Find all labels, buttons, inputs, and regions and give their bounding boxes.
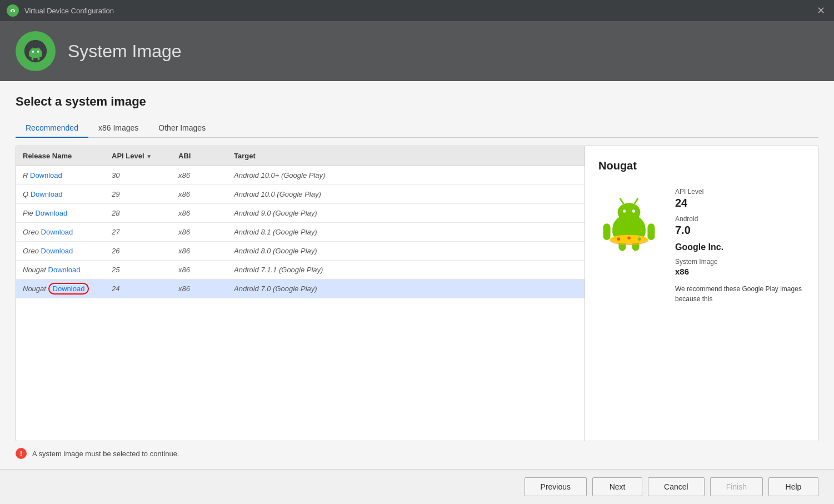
download-link[interactable]: Download <box>48 283 89 295</box>
api-level-cell: 26 <box>112 247 119 255</box>
title-bar-left: Virtual Device Configuration <box>7 4 114 17</box>
svg-point-15 <box>623 209 626 213</box>
col-header-release: Release Name <box>16 146 105 166</box>
svg-point-6 <box>32 51 34 53</box>
download-link[interactable]: Download <box>31 190 63 198</box>
col-header-abi: ABI <box>172 146 227 166</box>
svg-point-0 <box>8 6 17 15</box>
api-level-cell: 29 <box>112 190 119 198</box>
download-link[interactable]: Download <box>41 228 73 236</box>
release-name: Nougat <box>23 285 48 293</box>
download-link[interactable]: Download <box>41 247 73 255</box>
table-row[interactable]: Pie Download28x86Android 9.0 (Google Pla… <box>16 204 585 223</box>
target-cell: Android 8.1 (Google Play) <box>234 228 317 236</box>
table-row[interactable]: Nougat Download25x86Android 7.1.1 (Googl… <box>16 261 585 280</box>
svg-point-25 <box>617 237 621 241</box>
abi-cell: x86 <box>178 171 190 179</box>
close-button[interactable]: ✕ <box>815 4 827 17</box>
sort-arrow-icon: ▼ <box>146 153 152 159</box>
target-cell: Android 10.0 (Google Play) <box>234 190 321 198</box>
target-cell: Android 7.1.1 (Google Play) <box>234 266 323 274</box>
finish-button[interactable]: Finish <box>710 477 763 496</box>
api-level-label: API Level <box>675 188 805 196</box>
system-image-table: Release Name API Level ▼ ABI Target <box>16 146 585 298</box>
svg-rect-19 <box>603 223 611 240</box>
table-row[interactable]: R Download30x86Android 10.0+ (Google Pla… <box>16 166 585 185</box>
tabs-bar: Recommended x86 Images Other Images <box>16 119 818 138</box>
release-name: Oreo <box>23 247 41 255</box>
table-row[interactable]: Nougat Download24x86Android 7.0 (Google … <box>16 280 585 298</box>
header: System Image <box>0 21 834 81</box>
android-studio-logo <box>16 31 56 71</box>
table-row[interactable]: Q Download29x86Android 10.0 (Google Play… <box>16 185 585 204</box>
col-header-target: Target <box>227 146 585 166</box>
page-header-title: System Image <box>68 41 182 62</box>
next-button[interactable]: Next <box>592 477 642 496</box>
info-body: API Level 24 Android 7.0 Google Inc. Sys… <box>598 182 805 304</box>
warning-icon: ! <box>16 448 27 459</box>
api-level-cell: 24 <box>112 285 119 293</box>
system-image-table-area: Release Name API Level ▼ ABI Target <box>16 146 585 441</box>
svg-line-17 <box>620 199 623 203</box>
warning-message: A system image must be selected to conti… <box>32 450 179 458</box>
api-level-cell: 27 <box>112 228 119 236</box>
svg-line-18 <box>635 199 638 203</box>
download-link[interactable]: Download <box>30 171 62 179</box>
release-name: R <box>23 171 30 179</box>
info-panel: Nougat <box>585 146 818 441</box>
footer: Previous Next Cancel Finish Help <box>0 469 834 504</box>
table-row[interactable]: Oreo Download27x86Android 8.1 (Google Pl… <box>16 223 585 242</box>
abi-cell: x86 <box>178 266 190 274</box>
target-cell: Android 10.0+ (Google Play) <box>234 171 325 179</box>
abi-cell: x86 <box>178 285 190 293</box>
tab-x86-images[interactable]: x86 Images <box>88 119 148 138</box>
svg-rect-5 <box>29 52 42 57</box>
download-link[interactable]: Download <box>35 209 67 217</box>
abi-cell: x86 <box>178 209 190 217</box>
title-bar: Virtual Device Configuration ✕ <box>0 0 834 21</box>
abi-cell: x86 <box>178 190 190 198</box>
previous-button[interactable]: Previous <box>525 477 587 496</box>
col-header-api[interactable]: API Level ▼ <box>105 146 172 166</box>
system-image-label: System Image <box>675 258 805 266</box>
target-cell: Android 7.0 (Google Play) <box>234 285 317 293</box>
svg-point-14 <box>618 203 641 221</box>
svg-point-26 <box>627 237 631 240</box>
api-level-cell: 30 <box>112 171 119 179</box>
help-button[interactable]: Help <box>768 477 818 496</box>
table-header-row: Release Name API Level ▼ ABI Target <box>16 146 585 166</box>
download-link[interactable]: Download <box>48 266 81 274</box>
release-name: Pie <box>23 209 35 217</box>
abi-cell: x86 <box>178 247 190 255</box>
content-area: Select a system image Recommended x86 Im… <box>0 81 834 469</box>
svg-point-16 <box>632 209 636 213</box>
cancel-button[interactable]: Cancel <box>648 477 705 496</box>
warning-bar: ! A system image must be selected to con… <box>16 441 818 462</box>
svg-rect-11 <box>38 57 40 60</box>
android-label: Android <box>675 215 805 223</box>
svg-point-1 <box>11 11 12 12</box>
api-level-cell: 28 <box>112 209 119 217</box>
android-figure <box>598 182 665 304</box>
page-title: Select a system image <box>16 94 818 109</box>
abi-cell: x86 <box>178 228 190 236</box>
android-value: 7.0 <box>675 224 805 237</box>
app-icon <box>7 4 19 17</box>
svg-point-2 <box>13 11 14 12</box>
tab-other-images[interactable]: Other Images <box>148 119 216 138</box>
svg-point-27 <box>638 237 641 241</box>
info-title: Nougat <box>598 159 805 172</box>
svg-point-7 <box>37 51 39 53</box>
release-name: Nougat <box>23 266 48 274</box>
recommend-text: We recommend these Google Play images be… <box>675 284 805 304</box>
table-row[interactable]: Oreo Download26x86Android 8.0 (Google Pl… <box>16 242 585 261</box>
api-level-value: 24 <box>675 197 805 209</box>
release-name: Q <box>23 190 31 198</box>
svg-rect-20 <box>647 223 655 240</box>
target-cell: Android 8.0 (Google Play) <box>234 247 317 255</box>
window-title: Virtual Device Configuration <box>24 7 114 15</box>
tab-recommended[interactable]: Recommended <box>16 119 88 138</box>
api-level-cell: 25 <box>112 266 119 274</box>
svg-rect-10 <box>32 57 34 60</box>
info-details: API Level 24 Android 7.0 Google Inc. Sys… <box>675 182 805 304</box>
